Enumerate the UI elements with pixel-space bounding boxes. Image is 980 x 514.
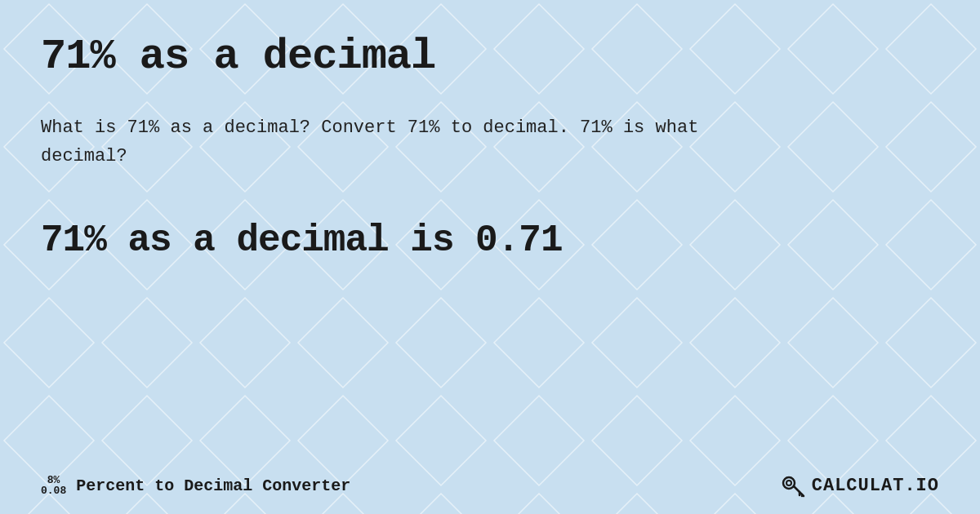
description-text: What is 71% as a decimal? Convert 71% to… <box>41 113 776 171</box>
result-section: 71% as a decimal is 0.71 <box>41 219 939 262</box>
page-title: 71% as a decimal <box>41 33 939 81</box>
result-text: 71% as a decimal is 0.71 <box>41 219 939 262</box>
